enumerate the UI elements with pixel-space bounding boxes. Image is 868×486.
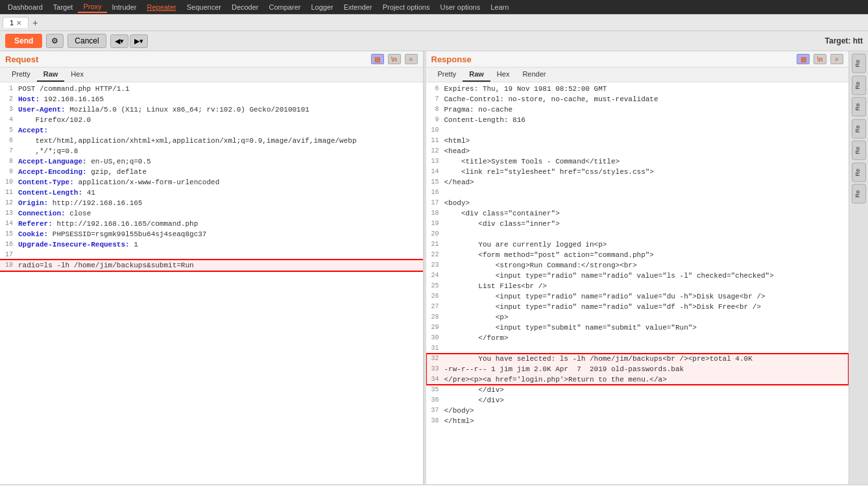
line-content: ,*/*;q=0.8: [18, 146, 420, 156]
table-row: 11<html>: [426, 136, 849, 146]
line-content: Content-Length: 41: [18, 188, 420, 198]
line-number: 4: [3, 115, 18, 125]
view-btn-wrap-resp[interactable]: \n: [814, 54, 826, 64]
next-button[interactable]: ▶▾: [130, 34, 148, 48]
view-btn-pretty-resp[interactable]: ▤: [797, 54, 810, 64]
line-number: 10: [3, 177, 18, 188]
tab-render-resp[interactable]: Render: [516, 67, 552, 82]
tab-raw-req[interactable]: Raw: [37, 67, 65, 82]
line-content: <div class="container">: [444, 208, 847, 219]
line-content: Firefox/102.0: [18, 115, 420, 125]
sidebar-btn-6[interactable]: Re: [852, 163, 866, 182]
prev-button[interactable]: ◀▾: [110, 34, 128, 48]
nav-user-options[interactable]: User options: [435, 2, 485, 12]
send-button[interactable]: Send: [5, 34, 42, 48]
line-content: Accept-Language: en-US,en;q=0.5: [18, 156, 420, 167]
line-content: <p>: [444, 312, 847, 322]
line-number: 6: [429, 84, 444, 94]
line-content: Content-Type: application/x-www-form-url…: [18, 177, 420, 188]
sidebar-btn-5[interactable]: Re: [852, 141, 866, 160]
table-row: 22 <form method="post" action="command.p…: [426, 250, 849, 260]
cancel-button[interactable]: Cancel: [67, 34, 106, 48]
nav-learn[interactable]: Learn: [485, 2, 514, 12]
line-content: Cache-Control: no-store, no-cache, must-…: [444, 94, 847, 104]
sidebar-btn-3[interactable]: Re: [852, 97, 866, 117]
nav-intruder[interactable]: Intruder: [107, 2, 142, 12]
nav-project-options[interactable]: Project options: [378, 2, 435, 12]
tab-label: 1: [10, 19, 14, 27]
table-row: 1POST /command.php HTTP/1.1: [0, 84, 423, 94]
line-content: <input type="radio" name="radio" value="…: [444, 291, 847, 302]
line-content: [444, 229, 847, 239]
tab-hex-req[interactable]: Hex: [64, 67, 90, 82]
gear-button[interactable]: ⚙: [46, 34, 64, 48]
line-number: 24: [429, 271, 444, 281]
tab-bar: 1 ✕ +: [0, 14, 868, 31]
line-number: 16: [429, 188, 444, 198]
line-number: 13: [3, 208, 18, 219]
nav-logger[interactable]: Logger: [306, 2, 338, 12]
nav-sequencer[interactable]: Sequencer: [182, 2, 226, 12]
table-row: 21 You are currently logged in<p>: [426, 239, 849, 250]
line-number: 27: [429, 302, 444, 312]
table-row: 34</pre><p><a href='login.php'>Return to…: [426, 374, 849, 385]
view-btn-pretty-req[interactable]: ▤: [371, 54, 384, 64]
table-row: 24 <input type="radio" name="radio" valu…: [426, 271, 849, 281]
request-title: Request: [5, 55, 38, 64]
nav-repeater[interactable]: Repeater: [141, 2, 181, 12]
table-row: 8Accept-Language: en-US,en;q=0.5: [0, 156, 423, 167]
line-content: <div class="inner">: [444, 219, 847, 229]
table-row: 33-rw-r--r-- 1 jim jim 2.0K Apr 7 2019 o…: [426, 364, 849, 374]
nav-target[interactable]: Target: [48, 2, 78, 12]
sidebar-btn-4[interactable]: Re: [852, 119, 866, 139]
view-btn-wrap-req[interactable]: \n: [388, 54, 401, 64]
tab-raw-resp[interactable]: Raw: [463, 67, 490, 82]
view-btn-more-resp[interactable]: ≡: [830, 54, 843, 64]
request-panel-header: Request ▤ \n ≡: [0, 51, 423, 67]
line-number: 18: [429, 208, 444, 219]
table-row: 15Cookie: PHPSESSID=rsgmk99l55bu64sj4sea…: [0, 229, 423, 239]
line-number: 21: [429, 239, 444, 250]
response-panel: Response ▤ \n ≡ Pretty Raw Hex Render 6E…: [426, 51, 849, 484]
nav-comparer[interactable]: Comparer: [264, 2, 306, 12]
table-row: 10: [426, 125, 849, 136]
line-number: 9: [3, 167, 18, 177]
line-content: Host: 192.168.16.165: [18, 94, 420, 104]
tab-pretty-req[interactable]: Pretty: [5, 67, 37, 82]
sidebar-btn-1[interactable]: Re: [852, 54, 866, 73]
table-row: 30 </form>: [426, 333, 849, 343]
right-sidebar: Re Re Re Re Re Re Re: [849, 51, 868, 484]
table-row: 35 </div>: [426, 385, 849, 395]
line-number: 14: [3, 219, 18, 229]
nav-dashboard[interactable]: Dashboard: [3, 2, 48, 12]
nav-extender[interactable]: Extender: [339, 2, 378, 12]
table-row: 16Upgrade-Insecure-Requests: 1: [0, 239, 423, 250]
nav-decoder[interactable]: Decoder: [226, 2, 264, 12]
line-content: <title>System Tools - Command</title>: [444, 156, 847, 167]
request-view-controls: ▤ \n ≡: [371, 54, 418, 64]
table-row: 13 <title>System Tools - Command</title>: [426, 156, 849, 167]
add-tab-button[interactable]: +: [29, 18, 42, 28]
view-btn-more-req[interactable]: ≡: [405, 54, 418, 64]
tab-close-icon[interactable]: ✕: [16, 19, 21, 27]
sidebar-btn-2[interactable]: Re: [852, 76, 866, 95]
table-row: 18 <div class="container">: [426, 208, 849, 219]
toolbar: Send ⚙ Cancel ◀▾ ▶▾ Target: htt: [0, 31, 868, 51]
tab-hex-resp[interactable]: Hex: [490, 67, 516, 82]
line-number: 25: [429, 281, 444, 291]
line-number: 35: [429, 385, 444, 395]
request-code-area[interactable]: 1POST /command.php HTTP/1.12Host: 192.16…: [0, 82, 423, 484]
line-number: 28: [429, 312, 444, 322]
table-row: 7Cache-Control: no-store, no-cache, must…: [426, 94, 849, 104]
line-content: Accept:: [18, 125, 420, 136]
tab-1[interactable]: 1 ✕: [3, 17, 29, 28]
line-number: 12: [429, 146, 444, 156]
table-row: 2Host: 192.168.16.165: [0, 94, 423, 104]
tab-pretty-resp[interactable]: Pretty: [431, 67, 463, 82]
sidebar-btn-7[interactable]: Re: [852, 184, 866, 204]
nav-proxy[interactable]: Proxy: [78, 1, 106, 13]
response-code-area[interactable]: 6Expires: Thu, 19 Nov 1981 08:52:00 GMT7…: [426, 82, 849, 484]
line-number: 2: [3, 94, 18, 104]
table-row: 4 Firefox/102.0: [0, 115, 423, 125]
line-content: Origin: http://192.168.16.165: [18, 198, 420, 208]
